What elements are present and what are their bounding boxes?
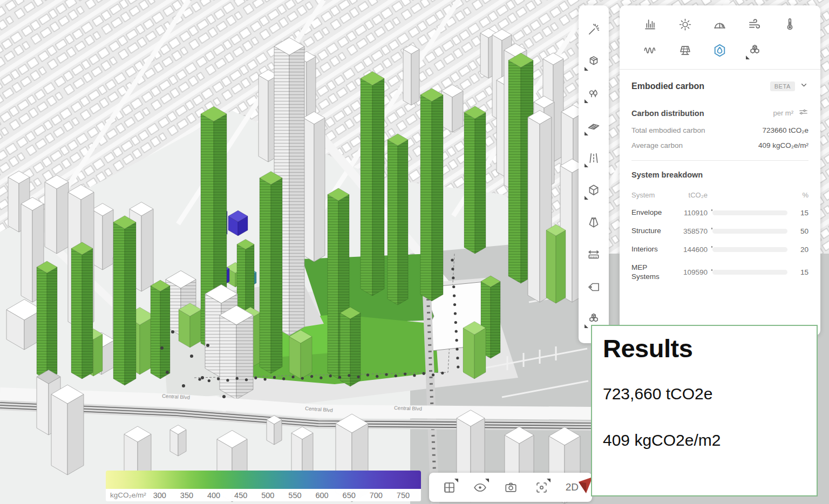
results-total-line: 723,660 tCO2e — [603, 385, 817, 403]
tab-daylight[interactable] — [710, 14, 730, 35]
beta-badge: BETA — [770, 81, 795, 91]
screenshot-button[interactable] — [501, 477, 521, 498]
legend-tick: 350 — [173, 491, 200, 500]
results-average-line: 409 kgCO2e/m2 — [603, 431, 817, 449]
analysis-tabs — [620, 5, 820, 67]
camera-icon — [504, 480, 518, 495]
cubes-icon — [587, 312, 601, 326]
trees-icon — [587, 87, 601, 101]
legend-tick: 400 — [200, 491, 227, 500]
interiors-bar — [712, 247, 787, 252]
row-value: 144600 — [673, 246, 708, 254]
row-label: MEP Systems — [631, 263, 668, 282]
collapse-panel-button[interactable] — [799, 80, 808, 92]
row-value: 110910 — [673, 209, 708, 217]
row-value: 109590 — [673, 268, 708, 276]
legend-tick: 550 — [281, 491, 308, 500]
building-tool-button[interactable] — [583, 51, 604, 72]
legend-tick: 700 — [363, 491, 390, 500]
legend-tick: 650 — [336, 491, 363, 500]
tab-sun-hours[interactable] — [675, 14, 695, 35]
breakdown-row-envelope[interactable]: Envelope 110910 15 — [631, 208, 808, 217]
row-label: Envelope — [631, 208, 668, 217]
tab-microclimate[interactable] — [745, 40, 765, 60]
road-icon — [587, 151, 601, 165]
tab-noise[interactable] — [640, 40, 660, 60]
solar-panel-icon — [678, 43, 692, 58]
envelope-bar — [712, 210, 787, 215]
carbon-color-legend: kgCO₂e/m² 300 350 400 450 500 550 600 65… — [106, 471, 421, 501]
layout-grid-button[interactable] — [439, 477, 460, 498]
row-percent: 50 — [792, 227, 808, 235]
sliders-icon — [798, 107, 808, 117]
eye-icon — [473, 480, 487, 495]
tag-icon — [587, 280, 601, 294]
focus-icon — [534, 480, 549, 495]
panel-divider — [620, 69, 820, 70]
tab-statistics[interactable] — [640, 14, 660, 35]
legend-tick: 300 — [146, 491, 173, 500]
embodied-carbon-icon — [712, 43, 727, 58]
per-m2-label: per m² — [773, 109, 793, 117]
legend-gradient — [106, 471, 421, 489]
col-tco2e: tCO₂e — [673, 191, 708, 199]
tab-thermal-comfort[interactable] — [780, 14, 800, 35]
col-percent: % — [792, 191, 808, 199]
average-carbon-value: 409 kgCO₂e/m² — [758, 141, 808, 149]
focus-selection-button[interactable] — [532, 477, 552, 498]
building-icon — [587, 55, 601, 69]
tab-wind[interactable] — [745, 14, 765, 35]
legend-tick: 450 — [227, 491, 254, 500]
legend-tick: 750 — [390, 491, 417, 500]
carbon-distribution-heading: Carbon distribution — [631, 109, 773, 118]
panel-divider — [631, 160, 808, 161]
structure-bar — [712, 229, 787, 234]
row-label: Interiors — [631, 245, 668, 254]
results-title: Results — [603, 333, 817, 363]
breakdown-header-row: System tCO₂e % — [631, 191, 808, 199]
legend-unit-label: kgCO₂e/m² — [110, 491, 146, 499]
cubes-icon — [748, 43, 762, 58]
app-window: Central BlvdCentral BlvdCentral Blvd — [0, 0, 829, 504]
breakdown-row-interiors[interactable]: Interiors 144600 20 — [631, 245, 808, 254]
legend-tick: 600 — [309, 491, 336, 500]
magic-wand-icon — [587, 23, 601, 37]
col-system: System — [631, 191, 668, 199]
tag-tool-button[interactable] — [583, 277, 604, 297]
statistics-icon — [643, 17, 657, 32]
results-card: Results 723,660 tCO2e 409 kgCO2e/m2 — [591, 325, 818, 496]
magic-wand-tool-button[interactable] — [583, 19, 604, 40]
system-breakdown-heading: System breakdown — [631, 171, 808, 179]
vegetation-tool-button[interactable] — [583, 84, 604, 104]
volume-tool-button[interactable] — [583, 180, 604, 201]
wind-icon — [748, 17, 762, 32]
total-carbon-label: Total embodied carbon — [631, 126, 705, 134]
daylight-gauge-icon — [712, 17, 727, 32]
custom-shape-tool-button[interactable] — [583, 212, 604, 233]
panel-title: Embodied carbon — [631, 81, 770, 91]
visibility-button[interactable] — [470, 477, 491, 498]
tab-embodied-carbon[interactable] — [710, 40, 730, 60]
row-percent: 15 — [792, 209, 808, 217]
row-percent: 15 — [792, 268, 808, 276]
row-value: 358570 — [673, 227, 708, 235]
breakdown-row-mep-systems[interactable]: MEP Systems 109590 15 — [631, 263, 808, 282]
breakdown-row-structure[interactable]: Structure 358570 50 — [631, 227, 808, 236]
surface-tool-button[interactable] — [583, 116, 604, 137]
average-carbon-label: Average carbon — [631, 141, 683, 149]
legend-tick: 500 — [254, 491, 281, 500]
thermometer-icon — [783, 17, 797, 32]
sun-icon — [678, 17, 692, 32]
street-label: Central Blvd — [394, 405, 422, 412]
mep-bar — [712, 270, 787, 275]
row-label: Structure — [631, 227, 668, 236]
distribution-settings-button[interactable] — [798, 107, 808, 119]
legend-labels: kgCO₂e/m² 300 350 400 450 500 550 600 65… — [106, 489, 421, 501]
left-toolbar — [579, 5, 609, 343]
row-percent: 20 — [792, 246, 808, 254]
road-tool-button[interactable] — [583, 148, 604, 168]
total-carbon-value: 723660 tCO₂e — [762, 126, 808, 134]
cube-icon — [587, 183, 601, 197]
tab-solar-energy[interactable] — [675, 40, 695, 60]
measure-tool-button[interactable] — [583, 244, 604, 265]
